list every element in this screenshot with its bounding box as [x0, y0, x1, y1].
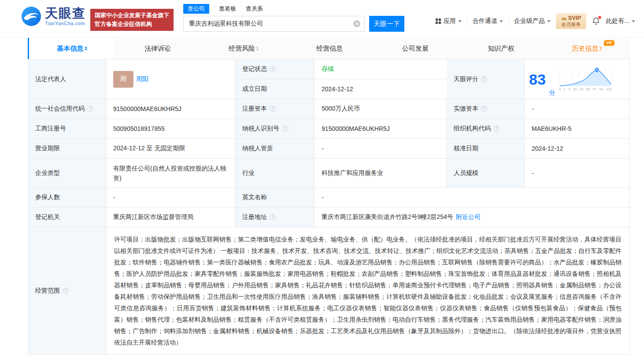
business-term-label: 营业期限 — [28, 139, 106, 158]
reg-number-label: 工商注册号 — [28, 119, 106, 138]
tianyancha-logo[interactable]: 天眼查 TianYanCha.com — [21, 6, 86, 26]
help-icon[interactable]: ? — [270, 214, 276, 220]
company-detail-tabs: 基本信息3 法律诉讼 经营风险1 经营信息 公司发展 知识产权 历史信息2 VI… — [28, 38, 630, 59]
score-value: 83 — [529, 72, 546, 87]
nav-enterprise-label: 企业级产品 — [514, 17, 545, 25]
tab-label: 法律诉讼 — [144, 45, 171, 53]
tab-company-development[interactable]: 公司发展 — [372, 38, 458, 59]
help-icon[interactable]: ? — [87, 106, 93, 112]
nav-apps-label: 应用 — [444, 17, 456, 25]
nearby-companies-link[interactable]: 附近公司 — [456, 213, 481, 221]
tab-label: 基本信息 — [57, 45, 83, 53]
approval-date-label: 核准日期 — [447, 139, 525, 158]
clear-search-icon[interactable] — [353, 20, 360, 27]
basic-info-table: 法定代表人 周 周阳 登记状态? 存续 成立日期 2024-12-12 天眼评分… — [28, 59, 630, 355]
industry-label: 行业 — [235, 159, 315, 187]
credit-code-value: 91500000MAE6UKHR5J — [106, 99, 235, 119]
search-tab-company[interactable]: 查公司 — [183, 4, 209, 14]
vip-tag: VIP — [604, 40, 615, 46]
divider — [467, 18, 467, 24]
establish-date-value: 2024-12-12 — [315, 79, 447, 99]
search-input[interactable] — [183, 16, 365, 32]
insured-count-value: - — [106, 188, 235, 207]
tab-label: 公司发展 — [402, 45, 429, 53]
business-term-value: 2024-12-12 至 无固定期限 — [106, 139, 235, 158]
taxpayer-quality-label: 纳税人资质 — [235, 139, 315, 158]
header-nav: 应用 合作通道 企业级产品 SVIP 会员服务 此处有... — [435, 13, 635, 29]
nav-apps[interactable]: 应用 — [435, 17, 462, 25]
nav-cooperation-label: 合作通道 — [473, 17, 497, 25]
apps-grid-icon — [435, 18, 441, 24]
credit-code-label: 统一社会信用代码? — [28, 99, 106, 119]
svip-label: SVIP — [568, 15, 581, 22]
help-icon[interactable]: ? — [282, 126, 288, 132]
tab-history-info[interactable]: 历史信息2 VIP — [544, 38, 630, 59]
reg-number-value: 500905018917855 — [106, 119, 235, 138]
company-type-label: 企业类型 — [28, 159, 106, 187]
tab-basic-info[interactable]: 基本信息3 — [28, 38, 115, 59]
certification-badge: 国家中小企业发展子基金旗下 官方备案企业征信机构 — [90, 9, 174, 31]
nav-enterprise-products[interactable]: 企业级产品 — [514, 17, 551, 25]
help-icon[interactable]: ? — [63, 288, 69, 294]
business-scope-label: 经营范围? — [28, 227, 106, 354]
chevron-down-icon — [458, 20, 462, 22]
reg-authority-value: 重庆两江新区市场监督管理局 — [106, 208, 235, 227]
tab-legal-litigation[interactable]: 法律诉讼 — [115, 38, 201, 59]
divider — [508, 18, 509, 24]
nav-more-label: 此处有... — [606, 17, 629, 25]
reg-address-value: 重庆市两江新区康美街道卉竹路2号9幢2层254号 附近公司 — [315, 208, 629, 227]
tab-label: 经营风险 — [229, 45, 255, 53]
tab-label: 历史信息 — [572, 45, 599, 53]
search-button[interactable]: 天眼一下 — [369, 16, 404, 32]
chevron-down-icon — [632, 20, 635, 22]
nav-more[interactable]: 此处有... — [606, 17, 635, 25]
org-code-label: 组织机构代码? — [447, 119, 525, 138]
search-tabs: 查公司 查老板 查关系 — [183, 4, 404, 14]
english-name-label: 英文名称 — [235, 188, 315, 207]
reg-address-label: 注册地址? — [235, 208, 315, 227]
industry-value: 科技推广和应用服务业 — [315, 159, 447, 187]
tianyan-score[interactable]: 83 分 013 155085 — [525, 59, 629, 99]
reg-capital-label: 注册资本? — [235, 99, 315, 119]
legal-rep-label: 法定代表人 — [28, 59, 106, 99]
org-code-value: MAE6UKHR-5 — [525, 119, 629, 138]
help-icon[interactable]: ? — [481, 76, 487, 82]
brand-domain: TianYanCha.com — [45, 21, 86, 26]
paid-capital-value: - — [525, 99, 629, 119]
staff-size-value: - — [525, 159, 629, 187]
search-tab-relation[interactable]: 查关系 — [246, 5, 263, 13]
tianyancha-logo-icon — [21, 6, 41, 26]
score-axis: 013 155085 9799100 — [559, 87, 612, 91]
certification-line2: 官方备案企业征信机构 — [95, 20, 169, 29]
help-icon[interactable]: ? — [270, 66, 276, 72]
taxpayer-id-label: 纳税人识别号? — [235, 119, 315, 138]
nav-cooperation[interactable]: 合作通道 — [473, 17, 503, 25]
brand-name: 天眼查 — [45, 7, 86, 21]
svip-membership-button[interactable]: SVIP 会员服务 — [556, 13, 587, 29]
tab-operation-risk[interactable]: 经营风险1 — [201, 38, 287, 59]
legal-rep-value: 周 周阳 — [106, 59, 235, 99]
tab-intellectual-property[interactable]: 知识产权 — [458, 38, 544, 59]
site-header: 天眼查 TianYanCha.com 国家中小企业发展子基金旗下 官方备案企业征… — [0, 0, 644, 38]
avatar[interactable]: 周 — [113, 71, 133, 88]
tab-label: 知识产权 — [488, 45, 514, 53]
legal-rep-name-link[interactable]: 周阳 — [136, 75, 148, 83]
company-type-value: 有限责任公司(自然人投资或控股的法人独资) — [106, 159, 235, 187]
svip-sublabel: 会员服务 — [561, 22, 581, 28]
help-icon[interactable]: ? — [270, 106, 276, 112]
business-scope-value: 许可项目：出版物批发；出版物互联网销售；第二类增值电信业务；发电业务、输电业务、… — [106, 227, 629, 354]
tab-label: 经营信息 — [316, 45, 343, 53]
taxpayer-id-value: 91500000MAE6UKHR5J — [315, 119, 447, 138]
notifications-bell-icon[interactable] — [592, 17, 600, 26]
reg-capital-value: 5000万人民币 — [315, 99, 447, 119]
score-chart: 013 155085 9799100 — [559, 67, 612, 91]
search-block: 查公司 查老板 查关系 天眼一下 — [183, 4, 404, 32]
help-icon[interactable]: ? — [481, 106, 487, 112]
reg-authority-label: 登记机关 — [28, 208, 106, 227]
tab-business-info[interactable]: 经营信息 — [287, 38, 373, 59]
search-tab-boss[interactable]: 查老板 — [219, 5, 236, 13]
score-unit: 分 — [549, 89, 555, 97]
help-icon[interactable]: ? — [493, 126, 500, 132]
reg-status-label: 登记状态? — [235, 59, 315, 79]
establish-date-label: 成立日期 — [235, 79, 315, 99]
